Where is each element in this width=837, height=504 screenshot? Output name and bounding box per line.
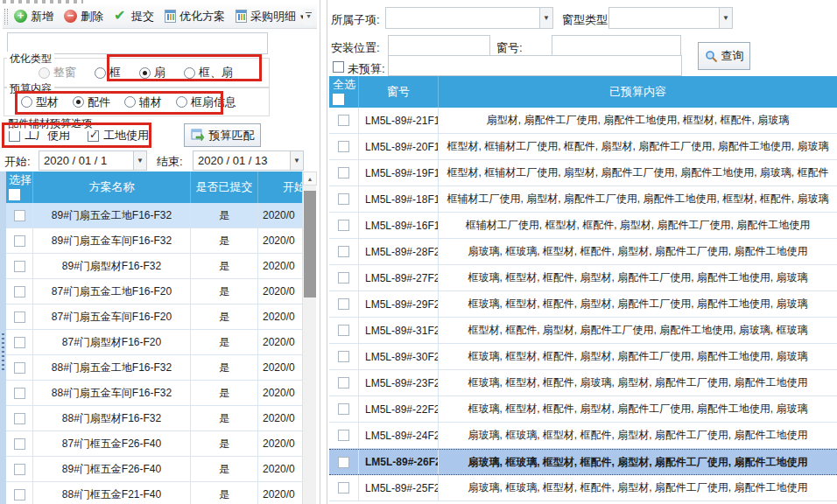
plan-name-column-header[interactable]: 方案名称 [33, 172, 191, 203]
table-row[interactable]: LM5L-89#-19F17框型材, 框辅材工厂使用, 扇型材, 扇配件工厂使用… [329, 160, 837, 186]
row-checkbox[interactable] [338, 377, 349, 388]
window-no-input[interactable] [552, 35, 681, 56]
row-checkbox[interactable] [14, 312, 25, 323]
row-checkbox[interactable] [14, 261, 25, 272]
table-row[interactable]: 87#门扇型材F16-F20是2020/0 [6, 330, 302, 355]
budget-match-button[interactable]: 预算匹配 [184, 123, 261, 147]
radio-budget-content[interactable]: 配件 [73, 94, 110, 110]
row-checkbox[interactable] [338, 193, 349, 205]
window-type-dropdown-icon[interactable]: ▼ [719, 8, 732, 28]
sub-item-combobox[interactable]: ▼ [385, 7, 553, 29]
no-budget-input[interactable] [388, 55, 682, 76]
table-row[interactable]: 89#门扇五金车间F16-F32是2020/0 [6, 228, 302, 254]
row-select-cell [6, 279, 33, 304]
table-row[interactable]: LM5L-89#-21F19扇型材, 扇配件工厂使用, 扇配件工地使用, 框型材… [329, 108, 837, 134]
toolbar-button-submit[interactable]: 提交 [109, 7, 160, 26]
window-no-column-header[interactable]: 窗号 [359, 76, 439, 108]
table-row[interactable]: 88#门框五金F21-F40是2020/0 [6, 482, 302, 504]
toolbar-overflow-button[interactable] [303, 9, 314, 25]
table-row[interactable]: 87#门扇五金工地F16-F20是2020/0 [6, 279, 302, 304]
row-checkbox[interactable] [338, 482, 349, 494]
row-checkbox[interactable] [338, 298, 349, 310]
start-column-header[interactable]: 开始 [258, 172, 302, 203]
toolbar-button-delete[interactable]: 删除 [60, 7, 109, 26]
radio-budget-content[interactable]: 框扇信息 [176, 94, 236, 110]
start-date-picker[interactable]: 2020 / 01 / 1 ▼ [39, 150, 147, 171]
end-date-picker[interactable]: 2020 / 01 / 13 ▼ [193, 150, 304, 171]
panel-divider[interactable] [320, 0, 327, 504]
row-checkbox[interactable] [14, 388, 25, 399]
table-row[interactable]: LM5L-89#-22F20框玻璃, 框型材, 框配件, 扇型材, 扇配件工厂使… [329, 396, 837, 423]
sub-item-dropdown-icon[interactable]: ▼ [539, 8, 552, 28]
row-checkbox[interactable] [338, 430, 349, 441]
table-row[interactable]: LM5L-89#-18F16框辅材工厂使用, 扇型材, 扇配件工厂使用, 扇配件… [329, 186, 837, 213]
table-row[interactable]: LM5L-89#-16F15框辅材工厂使用, 框型材, 框配件, 扇型材, 扇配… [329, 213, 837, 239]
table-row[interactable]: LM5L-89#-27F25框玻璃, 框型材, 框配件, 扇型材, 扇配件工厂使… [329, 265, 837, 291]
table-row[interactable]: LM5L-89#-23F21框玻璃, 框型材, 框配件, 扇玻璃, 扇型材, 扇… [329, 370, 837, 396]
table-row[interactable]: 88#门扇五金工地F16-F32是2020/0 [6, 355, 302, 381]
row-checkbox[interactable] [14, 464, 25, 475]
usage-checkbox-item[interactable]: 工地使用 [88, 128, 149, 144]
plan-table-scrollbar[interactable]: ▲ [302, 172, 316, 504]
row-checkbox[interactable] [14, 210, 25, 221]
select-all-checkbox[interactable] [333, 94, 344, 105]
table-row[interactable]: LM5L-89#-26F24扇玻璃, 框玻璃, 框型材, 框配件, 扇型材, 扇… [329, 449, 837, 475]
row-checkbox[interactable] [338, 167, 349, 178]
table-row[interactable]: LM5L-89#-29F27框玻璃, 框型材, 框配件, 扇型材, 扇配件工厂使… [329, 291, 837, 318]
radio-opt-type[interactable]: 框 [95, 65, 121, 80]
row-checkbox[interactable] [338, 141, 349, 152]
table-row[interactable]: LM5L-89#-28F26扇玻璃, 框玻璃, 框型材, 框配件, 扇型材, 扇… [329, 239, 837, 265]
table-row[interactable]: 87#门框五金F26-F40是2020/0 [6, 431, 302, 457]
delete-icon [64, 10, 77, 23]
table-row[interactable]: LM5L-89#-20F18框型材, 框辅材工厂使用, 框配件, 扇型材, 扇配… [329, 134, 837, 160]
row-checkbox[interactable] [338, 403, 349, 415]
table-row[interactable]: 89#门框五金F26-F40是2020/0 [6, 457, 302, 482]
toolbar-grip[interactable] [4, 9, 8, 24]
toolbar-button-purchase-detail[interactable]: 采购明细▾ [231, 7, 311, 26]
toolbar-button-label: 提交 [131, 9, 154, 24]
row-checkbox[interactable] [14, 413, 25, 424]
scrollbar-thumb[interactable] [304, 191, 316, 298]
row-checkbox[interactable] [338, 272, 349, 284]
table-row[interactable]: LM5L-89#-25F23扇玻璃, 框玻璃, 框型材, 框配件, 扇型材, 扇… [329, 475, 837, 501]
table-row[interactable]: 88#门扇五金车间F16-F32是2020/0 [6, 381, 302, 406]
splitter-strip[interactable] [0, 172, 6, 504]
radio-budget-content[interactable]: 辅材 [124, 94, 162, 110]
row-checkbox[interactable] [338, 246, 349, 257]
row-checkbox[interactable] [14, 235, 25, 247]
row-checkbox[interactable] [14, 489, 25, 500]
select-all-checkbox[interactable] [9, 189, 20, 200]
no-budget-checkbox[interactable] [333, 61, 344, 73]
row-checkbox[interactable] [338, 325, 349, 336]
row-checkbox[interactable] [14, 286, 25, 298]
toolbar-button-label: 优化方案 [179, 9, 225, 24]
row-checkbox[interactable] [14, 438, 25, 450]
table-row[interactable]: LM5L-89#-30F28框玻璃, 框型材, 框配件, 扇型材, 扇配件工厂使… [329, 344, 837, 370]
table-row[interactable]: 89#门扇型材F16-F32是2020/0 [6, 254, 302, 279]
submitted-column-header[interactable]: 是否已提交 [191, 172, 258, 203]
scroll-up-icon[interactable]: ▲ [303, 172, 317, 186]
install-position-input[interactable] [388, 35, 490, 56]
row-checkbox[interactable] [338, 115, 349, 126]
radio-budget-content[interactable]: 型材 [21, 94, 59, 110]
table-row[interactable]: LM5L-89#-31F29框型材, 框配件, 扇型材, 扇配件工厂使用, 扇配… [329, 318, 837, 344]
table-row[interactable]: 87#门扇五金车间F16-F20是2020/0 [6, 304, 302, 330]
row-checkbox[interactable] [14, 337, 25, 348]
radio-opt-type[interactable]: 扇 [139, 65, 165, 80]
toolbar-button-label: 新增 [31, 9, 53, 24]
end-date-dropdown-icon[interactable]: ▼ [290, 151, 303, 170]
table-row[interactable]: LM5L-89#-24F22扇玻璃, 框玻璃, 框型材, 框配件, 扇型材, 扇… [329, 423, 837, 449]
row-checkbox[interactable] [338, 351, 349, 362]
budget-content-column-header[interactable]: 已预算内容 [439, 76, 837, 108]
table-row[interactable]: 88#门扇型材F16-F32是2020/0 [6, 406, 302, 431]
row-checkbox[interactable] [338, 457, 349, 468]
toolbar-button-optimize-plan[interactable]: 优化方案 [160, 7, 231, 26]
window-type-combobox[interactable]: ▼ [608, 7, 733, 29]
start-date-dropdown-icon[interactable]: ▼ [133, 151, 146, 170]
query-button[interactable]: 查询 [698, 42, 750, 70]
table-row[interactable]: 89#门扇五金工地F16-F32是2020/0 [6, 203, 302, 228]
row-checkbox[interactable] [14, 362, 25, 374]
radio-opt-type[interactable]: 框、扇 [184, 65, 233, 80]
toolbar-button-add[interactable]: 新增 [10, 7, 60, 26]
row-checkbox[interactable] [338, 220, 349, 231]
